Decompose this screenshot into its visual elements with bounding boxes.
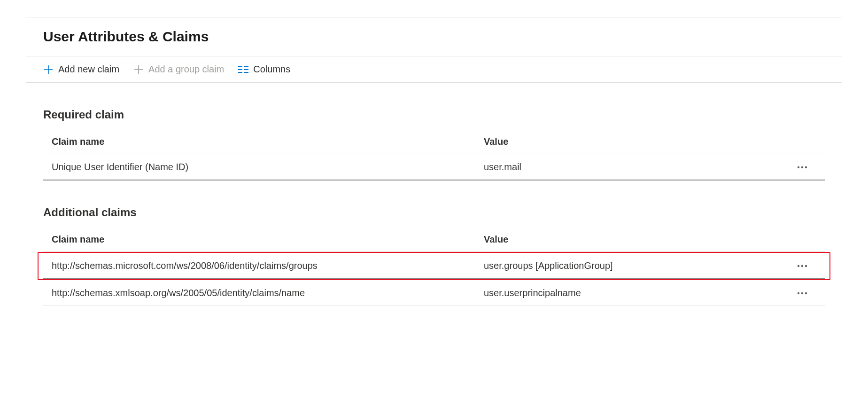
table-header: Claim name Value — [43, 130, 825, 154]
svg-point-18 — [805, 292, 807, 294]
column-header-value[interactable]: Value — [484, 136, 788, 147]
claim-name-cell: http://schemas.xmlsoap.org/ws/2005/05/id… — [52, 288, 484, 298]
add-new-claim-button[interactable]: Add new claim — [43, 64, 119, 75]
required-claim-section-title: Required claim — [0, 83, 868, 130]
toolbar: Add new claim Add a group claim — [0, 56, 868, 82]
svg-point-11 — [801, 166, 803, 168]
additional-claims-section-title: Additional claims — [0, 180, 868, 228]
add-new-claim-label: Add new claim — [58, 64, 119, 75]
svg-point-12 — [805, 166, 807, 168]
additional-claims-table-cont: http://schemas.xmlsoap.org/ws/2005/05/id… — [43, 280, 825, 306]
columns-icon — [238, 64, 248, 75]
add-group-claim-button: Add a group claim — [133, 64, 224, 75]
svg-point-17 — [801, 292, 803, 294]
column-header-value[interactable]: Value — [484, 234, 788, 245]
row-actions-button[interactable] — [793, 162, 812, 173]
svg-point-15 — [805, 265, 807, 267]
svg-point-14 — [801, 265, 803, 267]
page-title: User Attributes & Claims — [0, 17, 868, 56]
claim-value-cell: user.groups [ApplicationGroup] — [484, 260, 788, 271]
claim-value-cell: user.mail — [484, 162, 788, 173]
plus-icon — [133, 64, 144, 75]
row-actions-button[interactable] — [793, 260, 812, 272]
svg-point-10 — [798, 166, 799, 168]
table-row[interactable]: Unique User Identifier (Name ID) user.ma… — [43, 154, 825, 180]
column-header-claim-name[interactable]: Claim name — [52, 136, 484, 147]
page-root: User Attributes & Claims Add new claim A… — [0, 17, 868, 306]
table-header: Claim name Value — [43, 228, 825, 252]
columns-label: Columns — [253, 64, 290, 75]
plus-icon — [43, 64, 54, 75]
table-row[interactable]: http://schemas.microsoft.com/ws/2008/06/… — [43, 253, 825, 279]
svg-point-13 — [798, 265, 799, 267]
column-header-claim-name[interactable]: Claim name — [52, 234, 484, 245]
svg-point-16 — [798, 292, 799, 294]
columns-button[interactable]: Columns — [238, 64, 290, 75]
additional-claims-table: Claim name Value — [43, 228, 825, 252]
add-group-claim-label: Add a group claim — [148, 64, 224, 75]
row-actions-button[interactable] — [793, 288, 812, 299]
claim-name-cell: http://schemas.microsoft.com/ws/2008/06/… — [52, 260, 484, 271]
table-row[interactable]: http://schemas.xmlsoap.org/ws/2005/05/id… — [43, 280, 825, 306]
required-claim-table: Claim name Value Unique User Identifier … — [43, 130, 825, 180]
claim-name-cell: Unique User Identifier (Name ID) — [52, 162, 484, 173]
claim-value-cell: user.userprincipalname — [484, 288, 788, 298]
highlighted-row-box: http://schemas.microsoft.com/ws/2008/06/… — [38, 252, 830, 280]
